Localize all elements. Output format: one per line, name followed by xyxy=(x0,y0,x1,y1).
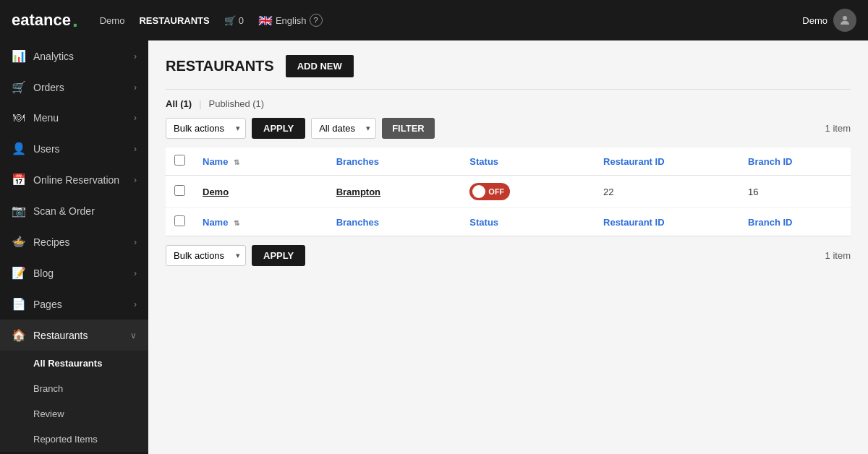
chevron-right-icon: › xyxy=(134,268,137,278)
flag-icon: 🇬🇧 xyxy=(258,14,273,27)
scan-icon: 📷 xyxy=(12,204,26,218)
submenu-branch[interactable]: Branch xyxy=(0,376,148,401)
bulk-actions-select[interactable]: Bulk actions xyxy=(166,118,246,139)
sort-icon-name: ⇅ xyxy=(234,158,239,166)
restaurants-submenu: All Restaurants Branch Review Reported I… xyxy=(0,351,148,452)
footer-branches: Branches xyxy=(328,208,461,236)
sidebar-label-users: Users xyxy=(33,143,60,155)
chevron-right-icon: › xyxy=(134,144,137,154)
footer-select-checkbox[interactable] xyxy=(174,215,185,226)
sidebar-label-blog: Blog xyxy=(33,267,54,279)
branches-link[interactable]: Brampton xyxy=(336,187,380,197)
sidebar-label-menu: Menu xyxy=(33,112,59,124)
pages-icon: 📄 xyxy=(12,297,26,311)
header-branch-id: Branch ID xyxy=(739,147,851,176)
navbar-lang[interactable]: 🇬🇧 English ? xyxy=(258,14,323,27)
date-filter-wrapper: All dates xyxy=(311,118,376,139)
sidebar-item-online-reservation[interactable]: 📅 Online Reservation › xyxy=(0,164,148,195)
navbar-cart[interactable]: 🛒 0 xyxy=(224,15,244,26)
tab-separator: | xyxy=(199,98,201,109)
sidebar-item-scan-order[interactable]: 📷 Scan & Order xyxy=(0,195,148,226)
sidebar-item-users[interactable]: 👤 Users › xyxy=(0,133,148,164)
lang-label: English xyxy=(276,15,307,26)
row-restaurant-id-cell: 22 xyxy=(595,176,739,208)
navbar-user[interactable]: Demo xyxy=(802,9,856,32)
chevron-right-icon: › xyxy=(134,175,137,185)
submenu-all-restaurants[interactable]: All Restaurants xyxy=(0,351,148,376)
submenu-review[interactable]: Review xyxy=(0,401,148,427)
restaurant-id-value: 22 xyxy=(603,187,613,197)
branch-id-value: 16 xyxy=(748,187,758,197)
table-row: Demo Brampton OFF 22 xyxy=(166,176,851,208)
sidebar-item-blog[interactable]: 📝 Blog › xyxy=(0,257,148,288)
brand-logo[interactable]: eatance. xyxy=(12,10,78,30)
sort-icon-footer: ⇅ xyxy=(234,219,239,227)
chevron-down-icon: ∨ xyxy=(130,330,137,340)
blog-icon: 📝 xyxy=(12,266,26,280)
reservation-icon: 📅 xyxy=(12,173,26,187)
cart-icon: 🛒 xyxy=(224,15,236,26)
analytics-icon: 📊 xyxy=(12,49,26,63)
toggle-circle xyxy=(472,185,485,198)
row-select-checkbox[interactable] xyxy=(174,185,185,196)
users-icon: 👤 xyxy=(12,142,26,155)
sidebar-item-recipes[interactable]: 🍲 Recipes › xyxy=(0,226,148,257)
toggle-label: OFF xyxy=(488,187,504,196)
bulk-actions-wrapper: Bulk actions xyxy=(166,118,246,139)
apply-button-top[interactable]: APPLY xyxy=(252,118,305,139)
header-restaurant-id: Restaurant ID xyxy=(595,147,739,176)
sidebar-item-analytics[interactable]: 📊 Analytics › xyxy=(0,40,148,72)
status-toggle[interactable]: OFF xyxy=(469,183,510,200)
help-icon[interactable]: ? xyxy=(310,14,323,27)
submenu-reported-items[interactable]: Reported Items xyxy=(0,427,148,452)
filter-button[interactable]: FILTER xyxy=(382,118,435,139)
date-filter-select[interactable]: All dates xyxy=(311,118,376,139)
menu-icon: 🍽 xyxy=(12,111,26,124)
row-branches-cell: Brampton xyxy=(328,176,461,208)
main-layout: 📊 Analytics › 🛒 Orders › 🍽 Menu › 👤 xyxy=(0,40,868,454)
apply-button-bottom[interactable]: APPLY xyxy=(252,245,305,266)
bottom-filter-bar: Bulk actions APPLY 1 item xyxy=(166,245,851,266)
avatar xyxy=(833,9,856,32)
sidebar-label-pages: Pages xyxy=(33,299,62,310)
recipes-icon: 🍲 xyxy=(12,235,26,249)
navbar: eatance. Demo RESTAURANTS 🛒 0 🇬🇧 English… xyxy=(0,0,868,40)
chevron-right-icon: › xyxy=(134,113,137,123)
sidebar-label-orders: Orders xyxy=(33,82,64,93)
sidebar-item-pages[interactable]: 📄 Pages › xyxy=(0,288,148,320)
header-checkbox xyxy=(166,147,194,176)
header-status: Status xyxy=(461,147,595,176)
sidebar-item-restaurants[interactable]: 🏠 Restaurants ∨ xyxy=(0,320,148,351)
top-filter-bar: Bulk actions APPLY All dates FILTER 1 it… xyxy=(166,118,851,139)
select-all-checkbox[interactable] xyxy=(174,155,185,166)
sidebar-label-scan-order: Scan & Order xyxy=(33,205,95,217)
navbar-demo[interactable]: Demo xyxy=(100,15,125,26)
sidebar-item-menu[interactable]: 🍽 Menu › xyxy=(0,103,148,133)
footer-checkbox xyxy=(166,208,194,236)
page-title: RESTAURANTS xyxy=(166,58,274,74)
cart-count: 0 xyxy=(239,15,244,26)
footer-restaurant-id: Restaurant ID xyxy=(595,208,739,236)
svg-point-0 xyxy=(843,16,847,20)
sidebar-label-recipes: Recipes xyxy=(33,236,70,248)
footer-name[interactable]: Name ⇅ xyxy=(194,208,328,236)
row-branch-id-cell: 16 xyxy=(739,176,851,208)
item-count-top: 1 item xyxy=(825,123,851,134)
table-footer-row: Name ⇅ Branches Status Restaurant ID Bra… xyxy=(166,208,851,236)
sidebar-item-orders[interactable]: 🛒 Orders › xyxy=(0,72,148,103)
chevron-right-icon: › xyxy=(134,82,137,93)
brand-dot: . xyxy=(72,10,78,30)
orders-icon: 🛒 xyxy=(12,80,26,94)
user-label: Demo xyxy=(802,15,827,26)
tab-all[interactable]: All (1) xyxy=(166,98,192,109)
table-header-row: Name ⇅ Branches Status Restaurant ID Bra… xyxy=(166,147,851,176)
footer-status: Status xyxy=(461,208,595,236)
restaurant-name-link[interactable]: Demo xyxy=(203,187,229,197)
restaurants-table: Name ⇅ Branches Status Restaurant ID Bra… xyxy=(166,147,851,236)
chevron-right-icon: › xyxy=(134,299,137,309)
tab-published[interactable]: Published (1) xyxy=(209,98,265,109)
bottom-bulk-actions-select[interactable]: Bulk actions xyxy=(166,245,246,266)
add-new-button[interactable]: ADD NEW xyxy=(286,55,354,77)
navbar-restaurants[interactable]: RESTAURANTS xyxy=(139,15,209,26)
header-name[interactable]: Name ⇅ xyxy=(194,147,328,176)
